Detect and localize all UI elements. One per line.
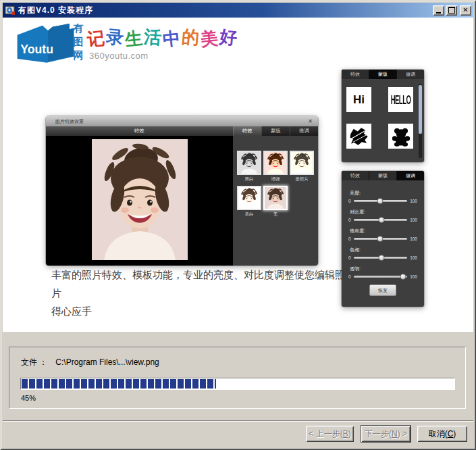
editor-tab-1: 特效 xyxy=(233,126,261,136)
adjust-panel-tab-3: 微调 xyxy=(397,171,424,180)
back-button[interactable]: < 上一步(B) xyxy=(306,426,354,442)
mask-panel-tab-1: 特效 xyxy=(342,70,369,79)
slider-track xyxy=(354,200,408,202)
youtu-logo: Youtu xyxy=(14,21,76,63)
close-icon: ✕ xyxy=(462,7,468,14)
brand-vertical-name: 有图网 xyxy=(72,22,85,62)
cancel-button[interactable]: 取消(C) xyxy=(417,426,467,442)
window-title: 有图V4.0 安装程序 xyxy=(18,5,431,16)
scribble-mask xyxy=(346,124,371,149)
slider-thumb xyxy=(378,217,384,223)
maximize-button[interactable] xyxy=(446,5,457,16)
promo-editor-tabstrip: 特效 特效蒙版微调 xyxy=(46,126,318,136)
slider-饱和度: 饱和度:0100 xyxy=(348,228,417,241)
minimize-button[interactable] xyxy=(433,5,444,16)
slider-row: 0100 xyxy=(348,274,417,279)
filter-thumbnail xyxy=(237,186,261,210)
slogan-char: 的 xyxy=(181,25,202,50)
slider-thumb xyxy=(378,255,384,261)
progress-bar-fill xyxy=(22,379,216,389)
filter-thumbnail xyxy=(290,151,314,175)
brand-vertical-char: 有 xyxy=(72,22,85,35)
slider-row: 0100 xyxy=(348,218,417,222)
next-button-mnemonic: N xyxy=(392,429,398,439)
filter-panel: 黑白增强老照片美白无 xyxy=(233,136,318,266)
bear-mask xyxy=(388,124,413,149)
photo-stage xyxy=(46,136,233,266)
cancel-button-mnemonic: C xyxy=(448,429,454,439)
cancel-button-label-suffix: ) xyxy=(453,429,456,439)
preview-photo xyxy=(92,139,188,260)
slogan-char: 录 xyxy=(105,25,126,50)
slider-track xyxy=(354,238,408,240)
progress-group-box: 文件 ：C:\Program Files\...\view.png 45% xyxy=(9,347,466,409)
slider-label: 透明: xyxy=(350,266,417,272)
maximize-icon xyxy=(448,7,455,14)
slogan-char: 活 xyxy=(143,25,164,50)
progress-bar xyxy=(20,378,455,390)
slider-对比度: 对比度:0100 xyxy=(348,209,417,222)
slider-track xyxy=(354,219,408,221)
promo-editor-title: 图片特效设置 xyxy=(55,118,308,125)
title-bar[interactable]: 有图V4.0 安装程序 ✕ xyxy=(3,3,473,18)
slider-row: 0100 xyxy=(348,199,417,203)
promo-section-header: 特效 xyxy=(46,126,233,136)
filter-item-enhance: 增强 xyxy=(263,151,288,182)
slider-label: 饱和度: xyxy=(350,228,417,234)
slogan-char: 好 xyxy=(219,25,240,50)
close-button[interactable]: ✕ xyxy=(460,5,471,16)
slogan-char: 生 xyxy=(124,26,145,52)
back-button-mnemonic: B xyxy=(343,429,348,439)
slider-label: 亮度: xyxy=(350,190,417,197)
back-button-label-suffix: ) xyxy=(348,429,351,439)
installer-icon xyxy=(5,5,16,16)
slider-row: 0100 xyxy=(348,255,417,260)
next-button[interactable]: 下一步(N) > xyxy=(361,426,411,442)
promo-adjust-panel: 特效蒙版微调 亮度:0100对比度:0100饱和度:0100色相:0100透明:… xyxy=(342,171,424,307)
slogan-char: 中 xyxy=(161,26,183,52)
feature-description-line2: 得心应手 xyxy=(51,302,352,320)
slider-亮度: 亮度:0100 xyxy=(348,190,417,203)
editor-tab-2: 蒙版 xyxy=(261,126,290,136)
file-row: 文件 ：C:\Program Files\...\view.png xyxy=(21,357,159,368)
scrollbar xyxy=(419,84,422,158)
filter-thumbnail xyxy=(237,151,261,175)
slider-色相: 色相:0100 xyxy=(348,247,417,260)
adjust-panel-tabs: 特效蒙版微调 xyxy=(342,171,424,180)
slider-thumb xyxy=(377,198,384,204)
slider-max: 100 xyxy=(410,255,417,260)
mask-panel-tab-2: 蒙版 xyxy=(369,70,397,79)
brand-vertical-char: 网 xyxy=(72,49,85,62)
promo-editor-titlebar: 图片特效设置 ✕ xyxy=(46,116,318,126)
adjust-panel-tab-2: 蒙版 xyxy=(369,171,397,180)
slider-label: 色相: xyxy=(350,247,417,253)
slider-thumb xyxy=(400,274,406,280)
cancel-button-label: 取消( xyxy=(429,428,448,440)
slider-max: 100 xyxy=(410,274,417,279)
slider-track xyxy=(354,276,408,278)
slider-track xyxy=(354,257,408,259)
promo-editor-body: 黑白增强老照片美白无 xyxy=(46,136,318,266)
filter-label: 老照片 xyxy=(289,176,315,182)
slider-透明: 透明:0100 xyxy=(348,266,417,279)
feature-description: 丰富的照片特效、模板功能，专业的亮度、对比度调整使您编辑照片 得心应手 xyxy=(51,266,352,320)
next-button-label: 下一步( xyxy=(365,428,392,440)
slogan-char: 记 xyxy=(86,26,107,52)
slider-max: 100 xyxy=(410,199,417,203)
filter-thumbnail xyxy=(263,151,288,175)
slider-min: 0 xyxy=(348,255,351,260)
slider-min: 0 xyxy=(348,236,351,241)
scrollbar-thumb xyxy=(419,85,422,134)
svg-text:Youtu: Youtu xyxy=(20,43,53,56)
slider-label: 对比度: xyxy=(350,209,417,216)
slider-max: 100 xyxy=(410,218,417,222)
filter-label: 增强 xyxy=(263,176,288,182)
filter-label: 黑白 xyxy=(236,176,262,182)
filter-item-none: 无 xyxy=(263,186,288,218)
mask-panel-tabs: 特效蒙版微调 xyxy=(342,70,424,79)
mask-text: Hi xyxy=(353,93,365,107)
mask-grid: HiHELLO xyxy=(342,79,424,149)
installer-window: { "window": { "title": "有图V4.0 安装程序", "c… xyxy=(0,0,476,450)
file-label: 文件 ： xyxy=(21,357,47,367)
reset-button: 恢复 xyxy=(369,284,396,296)
